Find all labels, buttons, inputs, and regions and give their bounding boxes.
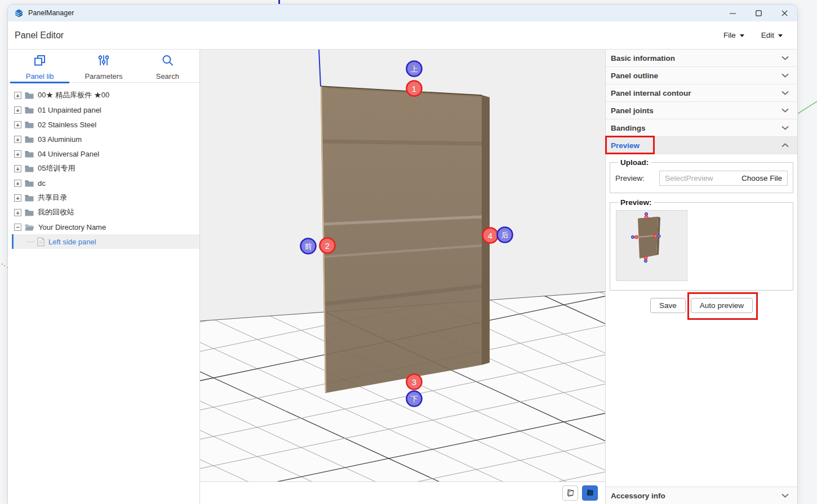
expand-icon[interactable]: + — [14, 92, 21, 99]
folder-icon — [25, 136, 34, 143]
panel-library-tree: +00★ 精品库板件 ★00+01 Unpainted panel+02 Sta… — [8, 83, 199, 504]
maximize-icon — [756, 10, 762, 16]
svg-text:3: 3 — [412, 377, 416, 387]
expand-icon[interactable]: + — [14, 121, 21, 128]
tree-item-file[interactable]: Left side panel — [12, 234, 199, 249]
marker-edge-2[interactable]: 2 — [320, 238, 335, 253]
window-title: PanelManager — [28, 9, 74, 17]
section-bandings[interactable]: Bandings — [606, 119, 797, 137]
svg-text:4: 4 — [488, 231, 492, 240]
marker-face-后[interactable]: 后 — [498, 228, 513, 243]
shaded-view-button[interactable] — [582, 485, 598, 501]
file-icon — [37, 238, 45, 246]
minimize-icon — [730, 10, 736, 16]
tree-item-folder[interactable]: +05培训专用 — [8, 161, 199, 176]
chevron-down-icon — [782, 493, 789, 498]
marker-face-下[interactable]: 下 — [407, 391, 422, 407]
tree-item-folder[interactable]: +03 Aluminium — [8, 132, 199, 146]
upload-group: Upload: Preview: SelectPreview Choose Fi… — [610, 158, 793, 193]
tree-item-folder[interactable]: +01 Unpainted panel — [8, 102, 199, 117]
chevron-down-icon — [740, 34, 744, 37]
solid-cube-icon — [585, 488, 595, 498]
folder-icon — [25, 121, 34, 128]
chevron-up-icon — [782, 143, 789, 148]
expand-icon[interactable]: + — [14, 136, 21, 143]
tree-item-folder[interactable]: +02 Stainless Steel — [8, 117, 199, 132]
z-axis-line — [319, 50, 321, 86]
folder-icon — [25, 150, 34, 158]
wireframe-view-button[interactable] — [562, 485, 578, 501]
folder-icon — [25, 106, 34, 114]
section-basic-information[interactable]: Basic information — [606, 50, 797, 67]
chevron-down-icon — [782, 91, 789, 95]
save-button[interactable]: Save — [650, 298, 686, 313]
marker-face-上[interactable]: 上 — [407, 61, 422, 77]
svg-text:1: 1 — [412, 84, 416, 93]
edge-dots-artifact — [2, 264, 3, 265]
tree-connector — [27, 242, 34, 242]
tree-item-folder[interactable]: −Your Directory Name — [8, 220, 199, 234]
wood-panel-3d — [321, 86, 490, 393]
marker-face-前[interactable]: 前 — [301, 239, 316, 254]
3d-viewport[interactable]: 上1前24后3下 — [200, 50, 605, 481]
svg-text:后: 后 — [501, 231, 509, 239]
tree-item-folder[interactable]: +dc — [8, 176, 199, 190]
chevron-down-icon — [782, 56, 789, 60]
tab-search[interactable]: Search — [136, 50, 199, 82]
close-icon — [782, 10, 788, 16]
folder-icon — [25, 92, 34, 99]
expand-icon[interactable]: + — [14, 209, 21, 216]
minimize-button[interactable] — [720, 5, 745, 21]
svg-text:前: 前 — [305, 242, 312, 251]
page-title: Panel Editor — [15, 30, 64, 41]
svg-text:上: 上 — [411, 65, 418, 73]
svg-text:2: 2 — [325, 241, 330, 251]
menubar: Panel Editor File Edit — [8, 21, 797, 50]
preview-field-label: Preview: — [615, 174, 659, 182]
expand-icon[interactable]: + — [14, 106, 21, 114]
preview-file-input[interactable]: SelectPreview Choose File — [659, 171, 788, 186]
expand-icon[interactable]: + — [14, 194, 21, 202]
collapse-icon[interactable]: − — [14, 224, 21, 231]
marker-edge-1[interactable]: 1 — [407, 81, 422, 96]
tab-panel-lib[interactable]: Panel lib — [8, 50, 72, 82]
expand-icon[interactable]: + — [14, 165, 21, 172]
file-input-placeholder: SelectPreview — [665, 174, 741, 182]
preview-section-body: Upload: Preview: SelectPreview Choose Fi… — [606, 154, 797, 487]
marker-edge-3[interactable]: 3 — [407, 374, 422, 390]
close-button[interactable] — [771, 5, 797, 21]
folder-open-icon — [25, 224, 34, 231]
tree-item-folder[interactable]: +共享目录 — [8, 190, 199, 205]
edit-menu[interactable]: Edit — [761, 31, 783, 39]
preview-group: Preview: — [610, 198, 793, 291]
app-logo-icon — [14, 8, 24, 18]
folder-icon — [25, 180, 34, 187]
tree-item-folder[interactable]: +04 Universal Panel — [8, 146, 199, 161]
parameters-icon — [97, 53, 110, 69]
section-panel-joints[interactable]: Panel joints — [606, 102, 797, 119]
panel-lib-icon — [33, 53, 47, 69]
file-menu[interactable]: File — [723, 31, 744, 39]
section-panel-outline[interactable]: Panel outline — [606, 67, 797, 84]
auto-preview-annotation: Auto preview — [691, 298, 753, 313]
choose-file-button[interactable]: Choose File — [741, 174, 782, 182]
viewport-toolbar — [200, 481, 605, 504]
svg-text:下: 下 — [411, 395, 418, 403]
section-preview[interactable]: Preview — [606, 137, 797, 154]
expand-icon[interactable]: + — [14, 180, 21, 187]
expand-icon[interactable]: + — [14, 150, 21, 158]
chevron-down-icon — [782, 108, 789, 113]
preview-thumbnail — [616, 210, 687, 281]
tree-item-folder[interactable]: +00★ 精品库板件 ★00 — [8, 88, 199, 102]
folder-icon — [25, 209, 34, 216]
app-window: PanelManager Panel Editor File Edit — [8, 5, 797, 504]
maximize-button[interactable] — [745, 5, 771, 21]
section-panel-internal-contour[interactable]: Panel internal contour — [606, 84, 797, 102]
viewport-column: 上1前24后3下 — [200, 50, 606, 504]
tree-item-folder[interactable]: +我的回收站 — [8, 205, 199, 220]
auto-preview-button[interactable]: Auto preview — [691, 298, 753, 313]
chevron-down-icon — [778, 34, 783, 37]
section-accessory-info[interactable]: Accessory info — [606, 487, 797, 504]
tab-parameters[interactable]: Parameters — [72, 50, 135, 82]
marker-edge-4[interactable]: 4 — [483, 228, 498, 243]
